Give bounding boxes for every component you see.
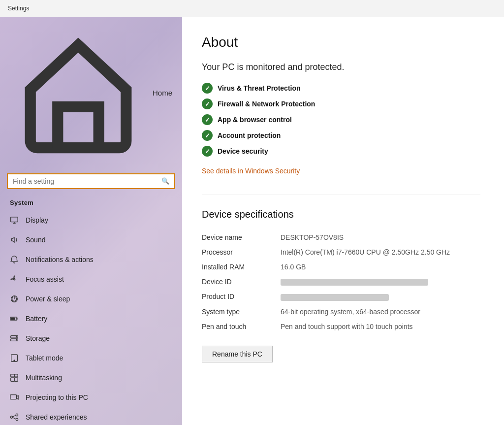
spec-label-ram: Installed RAM [202,260,281,274]
display-label: Display [26,216,48,224]
svg-rect-11 [11,374,14,377]
tablet-icon [10,354,19,362]
check-icon-virus [202,83,213,94]
search-icon: 🔍 [161,177,169,185]
svg-point-17 [16,414,18,416]
spec-value-devicename: DESKTOP-57OV8IS [281,230,480,245]
power-label: Power & sleep [26,295,70,303]
blurred-deviceid [281,279,428,286]
system-section-title: System [0,197,182,210]
sidebar-item-notifications[interactable]: Notifications & actions [0,250,182,269]
sidebar-item-display[interactable]: Display [0,210,182,230]
shared-label: Shared experiences [26,413,87,421]
svg-point-10 [14,360,15,361]
section-divider [202,195,480,195]
sidebar: Home 🔍 System Display Sound [0,17,182,425]
spec-row-processor: Processor Intel(R) Core(TM) i7-7660U CPU… [202,245,480,260]
multitasking-label: Multitasking [26,374,62,382]
page-title: About [202,34,480,50]
notifications-icon [10,255,19,264]
focus-icon [10,275,19,284]
blurred-productid [281,294,389,301]
main-layout: Home 🔍 System Display Sound [0,17,504,425]
check-icon-devicesecurity [202,146,213,157]
display-icon [10,216,19,225]
spec-label-pentouch: Pen and touch [202,319,281,334]
search-box[interactable]: 🔍 [7,173,175,189]
sidebar-item-sound[interactable]: Sound [0,230,182,250]
projecting-icon [10,393,19,402]
battery-icon [10,314,19,323]
svg-rect-0 [11,217,18,222]
spec-table: Device name DESKTOP-57OV8IS Processor In… [202,230,480,334]
spec-value-ram: 16.0 GB [281,260,480,274]
spec-value-pentouch: Pen and touch support with 10 touch poin… [281,319,480,334]
protection-label-appcontrol: App & browser control [218,116,292,124]
spec-value-productid [281,289,480,304]
title-bar: Settings [0,0,504,17]
home-icon [10,25,147,162]
protection-item-accountprotection: Account protection [202,128,480,143]
spec-label-devicename: Device name [202,230,281,245]
power-icon [10,294,19,303]
svg-point-8 [16,339,17,340]
sidebar-item-focus[interactable]: Focus assist [0,269,182,289]
spec-value-systemtype: 64-bit operating system, x64-based proce… [281,304,480,319]
sidebar-home-button[interactable]: Home [0,17,182,169]
spec-row-systemtype: System type 64-bit operating system, x64… [202,304,480,319]
svg-point-18 [16,418,18,421]
protection-heading: Your PC is monitored and protected. [202,62,480,72]
protection-item-appcontrol: App & browser control [202,112,480,128]
protection-label-virus: Virus & Threat Protection [218,84,301,92]
spec-value-deviceid [281,274,480,289]
check-icon-appcontrol [202,114,213,125]
tablet-label: Tablet mode [26,354,63,362]
sidebar-item-storage[interactable]: Storage [0,328,182,348]
svg-point-16 [10,416,13,419]
focus-label: Focus assist [26,275,64,283]
sidebar-item-power[interactable]: Power & sleep [0,289,182,309]
check-icon-firewall [202,98,213,109]
home-label: Home [153,89,172,97]
security-link[interactable]: See details in Windows Security [202,167,300,175]
svg-rect-14 [14,378,18,381]
spec-row-pentouch: Pen and touch Pen and touch support with… [202,319,480,334]
protection-label-accountprotection: Account protection [218,131,281,139]
spec-label-deviceid: Device ID [202,274,281,289]
app-title: Settings [8,5,29,12]
protection-label-firewall: Firewall & Network Protection [218,100,315,108]
spec-row-ram: Installed RAM 16.0 GB [202,260,480,274]
sidebar-item-tablet[interactable]: Tablet mode [0,348,182,368]
sound-icon [10,235,19,244]
notifications-label: Notifications & actions [26,256,94,263]
search-input[interactable] [13,177,161,185]
multitasking-icon [10,373,19,382]
sidebar-item-multitasking[interactable]: Multitasking [0,368,182,388]
spec-label-productid: Product ID [202,289,281,304]
svg-point-7 [16,336,17,337]
sidebar-item-shared[interactable]: Shared experiences [0,407,182,425]
check-icon-accountprotection [202,130,213,141]
spec-value-processor: Intel(R) Core(TM) i7-7660U CPU @ 2.50GHz… [281,245,480,260]
spec-row-devicename: Device name DESKTOP-57OV8IS [202,230,480,245]
svg-rect-4 [11,318,14,320]
protection-item-devicesecurity: Device security [202,143,480,159]
svg-rect-12 [14,374,18,377]
spec-label-systemtype: System type [202,304,281,319]
storage-icon [10,334,19,343]
protection-item-virus: Virus & Threat Protection [202,80,480,96]
rename-pc-button[interactable]: Rename this PC [202,346,273,362]
main-content: About Your PC is monitored and protected… [182,17,504,425]
sound-label: Sound [26,236,45,244]
protection-list: Virus & Threat Protection Firewall & Net… [202,80,480,159]
search-box-container: 🔍 [0,169,182,197]
sidebar-item-projecting[interactable]: Projecting to this PC [0,388,182,407]
spec-row-productid: Product ID [202,289,480,304]
protection-label-devicesecurity: Device security [218,147,268,155]
device-spec-title: Device specifications [202,209,480,220]
projecting-label: Projecting to this PC [26,393,88,401]
sidebar-item-battery[interactable]: Battery [0,309,182,328]
protection-item-firewall: Firewall & Network Protection [202,96,480,112]
spec-row-deviceid: Device ID [202,274,480,289]
battery-label: Battery [26,315,47,323]
